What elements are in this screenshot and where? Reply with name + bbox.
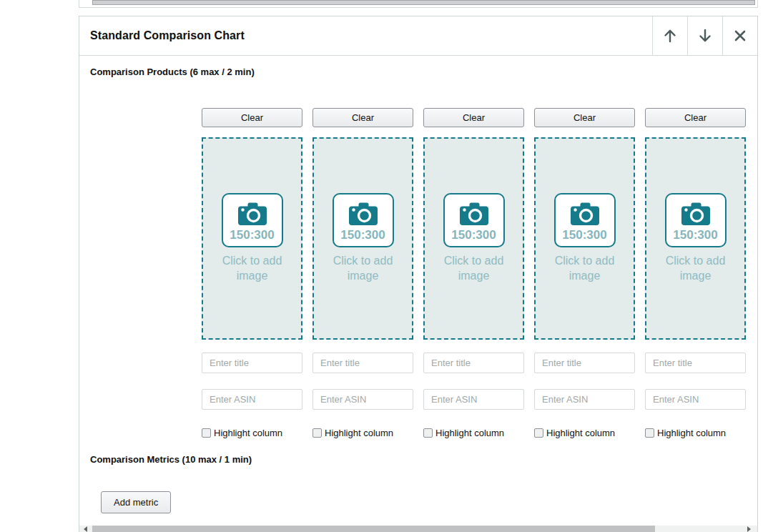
product-columns: Clear 150:300 Click to add image Highlig…	[202, 108, 746, 438]
title-input[interactable]	[645, 353, 746, 373]
highlight-column-control[interactable]: Highlight column	[202, 428, 302, 438]
highlight-checkbox[interactable]	[202, 428, 211, 438]
image-dropzone[interactable]: 150:300 Click to add image	[312, 137, 413, 340]
highlight-checkbox[interactable]	[312, 428, 322, 438]
title-input[interactable]	[312, 353, 413, 373]
asin-input[interactable]	[534, 389, 635, 410]
title-input[interactable]	[202, 353, 302, 373]
image-upload-box: 150:300	[333, 193, 394, 247]
hscrollbar-right-arrow-icon[interactable]	[747, 526, 751, 532]
image-dropzone[interactable]: 150:300 Click to add image	[202, 137, 302, 340]
highlight-label: Highlight column	[435, 428, 504, 438]
product-column: Clear 150:300 Click to add image Highlig…	[312, 108, 413, 438]
module-header-buttons	[652, 16, 757, 55]
image-ratio-label: 150:300	[451, 228, 496, 242]
add-metric-button[interactable]: Add metric	[101, 491, 171, 513]
image-dropzone[interactable]: 150:300 Click to add image	[534, 137, 635, 340]
image-dropzone[interactable]: 150:300 Click to add image	[645, 137, 746, 340]
move-down-button[interactable]	[687, 16, 722, 55]
image-ratio-label: 150:300	[230, 228, 274, 242]
highlight-checkbox[interactable]	[645, 428, 654, 438]
product-column: Clear 150:300 Click to add image Highlig…	[202, 108, 302, 438]
image-prompt-label: Click to add image	[656, 254, 735, 284]
hscrollbar-thumb[interactable]	[92, 526, 655, 532]
standard-comparison-chart-module: Standard Comparison Chart Comparison Pro…	[79, 16, 758, 532]
hscrollbar[interactable]	[79, 526, 757, 532]
image-upload-box: 150:300	[222, 193, 283, 247]
image-prompt-label: Click to add image	[546, 254, 624, 284]
arrow-down-icon	[696, 27, 714, 44]
page: { "module": { "title": "Standard Compari…	[0, 0, 768, 532]
highlight-label: Highlight column	[657, 428, 726, 438]
clear-button[interactable]: Clear	[645, 108, 746, 127]
product-column: Clear 150:300 Click to add image Highlig…	[534, 108, 635, 438]
close-icon	[732, 27, 749, 44]
highlight-column-control[interactable]: Highlight column	[423, 428, 524, 438]
camera-icon	[568, 201, 601, 227]
asin-input[interactable]	[202, 389, 302, 410]
image-upload-box: 150:300	[554, 193, 616, 247]
clear-button[interactable]: Clear	[534, 108, 635, 127]
product-column: Clear 150:300 Click to add image Highlig…	[423, 108, 524, 438]
metrics-section-label: Comparison Metrics (10 max / 1 min)	[90, 454, 252, 465]
highlight-column-control[interactable]: Highlight column	[645, 428, 746, 438]
asin-input[interactable]	[645, 389, 746, 410]
title-input[interactable]	[423, 353, 524, 373]
image-upload-box: 150:300	[665, 193, 727, 247]
image-ratio-label: 150:300	[562, 228, 606, 242]
image-dropzone[interactable]: 150:300 Click to add image	[423, 137, 524, 340]
highlight-checkbox[interactable]	[534, 428, 543, 438]
image-ratio-label: 150:300	[340, 228, 385, 242]
highlight-label: Highlight column	[214, 428, 282, 438]
highlight-label: Highlight column	[546, 428, 615, 438]
close-button[interactable]	[722, 16, 757, 55]
product-column: Clear 150:300 Click to add image Highlig…	[645, 108, 746, 438]
hscrollbar-left-arrow-icon[interactable]	[84, 526, 87, 532]
camera-icon	[679, 201, 712, 227]
image-ratio-label: 150:300	[673, 228, 717, 242]
image-prompt-label: Click to add image	[324, 254, 403, 284]
arrow-up-icon	[661, 27, 679, 44]
module-header: Standard Comparison Chart	[79, 16, 757, 56]
clear-button[interactable]: Clear	[423, 108, 524, 127]
asin-input[interactable]	[423, 389, 524, 410]
asin-input[interactable]	[312, 389, 413, 410]
previous-module-hscrollbar-thumb[interactable]	[92, 0, 755, 5]
move-up-button[interactable]	[652, 16, 687, 55]
clear-button[interactable]: Clear	[202, 108, 302, 127]
title-input[interactable]	[534, 353, 635, 373]
camera-icon	[458, 201, 491, 227]
highlight-checkbox[interactable]	[423, 428, 433, 438]
previous-module-edge	[79, 0, 758, 8]
camera-icon	[236, 201, 269, 227]
highlight-column-control[interactable]: Highlight column	[534, 428, 635, 438]
image-upload-box: 150:300	[443, 193, 505, 247]
highlight-column-control[interactable]: Highlight column	[312, 428, 413, 438]
highlight-label: Highlight column	[325, 428, 393, 438]
image-prompt-label: Click to add image	[213, 254, 292, 284]
clear-button[interactable]: Clear	[312, 108, 413, 127]
camera-icon	[347, 201, 380, 227]
products-section-label: Comparison Products (6 max / 2 min)	[90, 66, 255, 77]
module-title: Standard Comparison Chart	[90, 29, 245, 42]
image-prompt-label: Click to add image	[435, 254, 513, 284]
